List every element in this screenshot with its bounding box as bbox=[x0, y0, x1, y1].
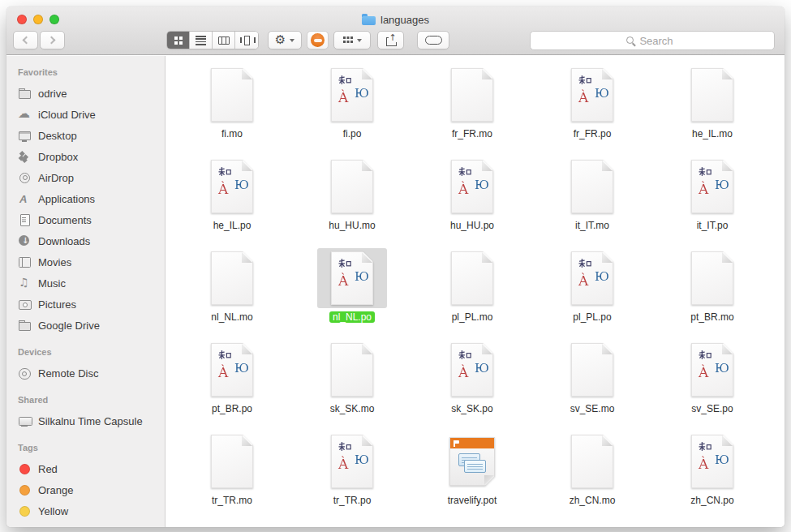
cjk-glyph bbox=[338, 75, 351, 86]
sidebar-item-odrive[interactable]: odrive bbox=[6, 83, 165, 104]
file-fi.mo[interactable]: fi.mo bbox=[172, 56, 292, 148]
search-input[interactable] bbox=[531, 32, 774, 49]
file-sk_SK.po[interactable]: ÀЮsk_SK.po bbox=[412, 331, 532, 423]
sidebar-item-dropbox[interactable]: Dropbox bbox=[6, 146, 165, 167]
file-tr_TR.po[interactable]: ÀЮtr_TR.po bbox=[292, 423, 412, 514]
sidebar-item-applications[interactable]: Applications bbox=[6, 188, 165, 209]
file-icon bbox=[331, 343, 373, 397]
mo-file-icon bbox=[211, 251, 253, 305]
latin-glyph: À bbox=[338, 274, 348, 288]
chevron-down-icon bbox=[357, 39, 362, 42]
search-icon bbox=[625, 36, 636, 46]
file-sv_SE.mo[interactable]: sv_SE.mo bbox=[532, 331, 652, 423]
tag-button[interactable] bbox=[417, 31, 449, 49]
file-name: it_IT.po bbox=[694, 219, 732, 232]
coverflow-view-button[interactable] bbox=[235, 32, 258, 49]
file-pt_BR.mo[interactable]: pt_BR.mo bbox=[652, 239, 772, 331]
movies-icon bbox=[18, 256, 32, 268]
file-icon: ÀЮ bbox=[211, 343, 253, 397]
sidebar-item-desktop[interactable]: Desktop bbox=[6, 125, 165, 146]
file-pl_PL.po[interactable]: ÀЮpl_PL.po bbox=[532, 239, 652, 331]
sidebar-item-pictures[interactable]: Pictures bbox=[6, 294, 165, 315]
po-file-icon: ÀЮ bbox=[691, 343, 733, 397]
mo-file-icon bbox=[331, 160, 373, 213]
file-icon: ÀЮ bbox=[451, 343, 493, 397]
music-icon bbox=[18, 277, 32, 290]
file-zh_CN.po[interactable]: ÀЮzh_CN.po bbox=[652, 423, 772, 514]
file-sv_SE.po[interactable]: ÀЮsv_SE.po bbox=[652, 331, 772, 423]
translation-card-icon bbox=[464, 460, 486, 473]
file-name: nl_NL.mo bbox=[208, 311, 256, 324]
file-tr_TR.mo[interactable]: tr_TR.mo bbox=[172, 423, 292, 514]
file-zh_CN.mo[interactable]: zh_CN.mo bbox=[532, 423, 652, 514]
file-nl_NL.mo[interactable]: nl_NL.mo bbox=[172, 239, 292, 331]
poedit-app-button[interactable] bbox=[307, 31, 329, 49]
arrange-menu-button[interactable] bbox=[333, 31, 371, 49]
file-icon-box: ÀЮ bbox=[677, 157, 747, 217]
file-pl_PL.mo[interactable]: pl_PL.mo bbox=[412, 239, 532, 331]
sidebar-item-movies[interactable]: Movies bbox=[6, 251, 165, 272]
po-file-icon: ÀЮ bbox=[211, 160, 253, 213]
sidebar-item-airdrop[interactable]: AirDrop bbox=[6, 167, 165, 188]
column-view-button[interactable] bbox=[213, 32, 235, 49]
share-button[interactable] bbox=[377, 31, 404, 49]
desktop-icon bbox=[18, 130, 32, 142]
cjk-glyph bbox=[458, 350, 471, 361]
file-hu_HU.mo[interactable]: hu_HU.mo bbox=[292, 148, 412, 239]
file-travelify.pot[interactable]: travelify.pot bbox=[412, 423, 532, 514]
file-name: hu_HU.po bbox=[447, 219, 497, 232]
file-icon bbox=[691, 68, 733, 122]
list-view-button[interactable] bbox=[190, 32, 213, 49]
file-icon bbox=[211, 251, 253, 305]
file-fr_FR.po[interactable]: ÀЮfr_FR.po bbox=[532, 56, 652, 148]
sidebar-item-orange[interactable]: Orange bbox=[6, 479, 165, 500]
file-fr_FR.mo[interactable]: fr_FR.mo bbox=[412, 56, 532, 148]
icon-view-button[interactable] bbox=[167, 32, 190, 49]
sidebar-item-downloads[interactable]: Downloads bbox=[6, 230, 165, 251]
mo-file-icon bbox=[211, 68, 253, 122]
sidebar-item-google-drive[interactable]: Google Drive bbox=[6, 315, 165, 336]
file-he_IL.mo[interactable]: he_IL.mo bbox=[652, 56, 772, 148]
file-icon-box bbox=[197, 248, 267, 308]
sidebar-item-yellow[interactable]: Yellow bbox=[6, 500, 165, 521]
action-menu-button[interactable]: ⚙ bbox=[268, 31, 302, 49]
sidebar-item-documents[interactable]: Documents bbox=[6, 209, 165, 230]
sidebar-item-icloud-drive[interactable]: iCloud Drive bbox=[6, 104, 165, 125]
sidebar-item-music[interactable]: Music bbox=[6, 272, 165, 294]
file-icon-box: ÀЮ bbox=[437, 157, 507, 217]
sidebar-item-silkalnu-time-capsule[interactable]: Silkalnu Time Capsule bbox=[6, 410, 165, 431]
sidebar-item-green[interactable]: Green bbox=[6, 521, 165, 527]
search-field[interactable] bbox=[530, 31, 775, 50]
file-nl_NL.po[interactable]: ÀЮnl_NL.po bbox=[292, 239, 412, 331]
mo-file-icon bbox=[691, 251, 733, 305]
sidebar-item-red[interactable]: Red bbox=[6, 458, 165, 479]
file-icon-box: ÀЮ bbox=[677, 431, 747, 491]
file-it_IT.po[interactable]: ÀЮit_IT.po bbox=[652, 148, 772, 239]
file-he_IL.po[interactable]: ÀЮhe_IL.po bbox=[172, 148, 292, 239]
back-button[interactable] bbox=[13, 31, 38, 49]
file-icon bbox=[331, 160, 373, 213]
file-name: fr_FR.po bbox=[570, 127, 615, 140]
file-name: he_IL.po bbox=[210, 219, 255, 232]
sidebar-section-title: Devices bbox=[6, 336, 165, 363]
file-fi.po[interactable]: ÀЮfi.po bbox=[292, 56, 412, 148]
file-icon-box: ÀЮ bbox=[557, 248, 627, 308]
mo-file-icon bbox=[211, 435, 253, 488]
file-pt_BR.po[interactable]: ÀЮpt_BR.po bbox=[172, 331, 292, 423]
forward-button[interactable] bbox=[40, 31, 65, 49]
file-sk_SK.mo[interactable]: sk_SK.mo bbox=[292, 331, 412, 423]
cjk-glyph bbox=[699, 350, 711, 361]
folder-icon bbox=[18, 320, 32, 332]
file-name: nl_NL.po bbox=[329, 311, 375, 324]
sidebar-section-title: Shared bbox=[6, 384, 165, 410]
po-file-icon: ÀЮ bbox=[211, 343, 253, 397]
file-it_IT.mo[interactable]: it_IT.mo bbox=[532, 148, 652, 239]
file-icon: ÀЮ bbox=[571, 251, 613, 305]
latin-glyph: À bbox=[458, 182, 468, 196]
file-hu_HU.po[interactable]: ÀЮhu_HU.po bbox=[412, 148, 532, 239]
sidebar-item-label: Yellow bbox=[38, 505, 68, 517]
file-icon: ÀЮ bbox=[211, 160, 253, 213]
dropbox-icon bbox=[18, 151, 32, 163]
file-icon-box bbox=[317, 340, 387, 400]
sidebar-item-remote-disc[interactable]: Remote Disc bbox=[6, 363, 165, 384]
